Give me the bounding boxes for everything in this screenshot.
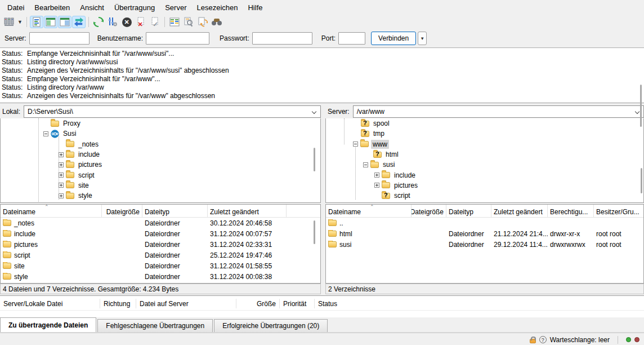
synchronized-browsing-button[interactable] [196, 16, 209, 28]
menu-ansicht[interactable]: Ansicht [75, 1, 109, 14]
svg-text:✓: ✓ [153, 21, 158, 27]
server-input[interactable] [29, 32, 90, 45]
file-name: script [14, 251, 30, 259]
tree-item-notes[interactable]: _notes [1, 139, 320, 149]
file-row[interactable]: script Dateiordner 25.12.2024 19:47:46 [1, 250, 320, 260]
chevron-down-icon[interactable] [635, 109, 639, 114]
tab-erfolgreiche-uebertragungen[interactable]: Erfolgreiche Übertragungen (20) [214, 319, 328, 332]
column-header-zuletzt-geaendert[interactable]: Zuletzt geändert [491, 205, 548, 217]
quick-search-button[interactable] [182, 16, 195, 28]
menu-datei[interactable]: Datei [2, 1, 29, 14]
menu-bearbeiten[interactable]: Bearbeiten [29, 1, 75, 14]
refresh-button[interactable] [92, 16, 105, 28]
tree-item-pictures[interactable]: pictures [1, 160, 320, 170]
disconnect-button[interactable]: ✕ [134, 16, 147, 28]
site-manager-button[interactable] [2, 16, 16, 28]
toggle-remote-tree-button[interactable] [58, 16, 71, 28]
username-input[interactable] [146, 32, 209, 45]
expand-icon[interactable] [374, 172, 379, 178]
column-header-dateigroesse[interactable]: Dateigröße [412, 205, 446, 217]
file-row[interactable]: pictures Dateiordner 31.12.2024 02:33:31 [1, 239, 320, 250]
column-header-groesse[interactable]: Größe [236, 299, 280, 308]
column-header-datei-auf-server[interactable]: Datei auf Server [136, 299, 236, 308]
toggle-local-tree-button[interactable] [44, 16, 57, 28]
find-files-button[interactable] [210, 16, 223, 28]
site-manager-dropdown[interactable]: ▼ [16, 16, 24, 28]
expand-icon[interactable] [59, 162, 64, 167]
tree-item-script[interactable]: script [1, 170, 320, 180]
log-scrollbar[interactable] [640, 85, 642, 127]
tree-item-html[interactable]: html [326, 149, 643, 160]
tree-item-www[interactable]: www [326, 139, 643, 149]
menu-lesezeichen[interactable]: Lesezeichen [191, 1, 243, 14]
file-row[interactable]: style Dateiordner 31.12.2024 00:08:38 [1, 271, 320, 282]
expand-icon[interactable] [59, 183, 64, 188]
file-row[interactable]: .. [326, 218, 643, 228]
column-header-status[interactable]: Status [315, 299, 644, 308]
connect-dropdown-button[interactable]: ▼ [418, 32, 427, 45]
local-list-scrollbar[interactable] [314, 220, 315, 244]
expand-icon[interactable] [59, 172, 64, 178]
menu-hilfe[interactable]: Hilfe [243, 1, 267, 14]
tree-item-site[interactable]: site [1, 180, 320, 191]
tree-item-style[interactable]: style [1, 191, 320, 201]
tree-item-include-remote[interactable]: include [326, 170, 643, 180]
tab-zu-uebertragende-dateien[interactable]: Zu übertragende Dateien [0, 317, 96, 332]
menu-server[interactable]: Server [160, 1, 191, 14]
column-header-dateityp[interactable]: Dateityp [142, 205, 208, 217]
file-row[interactable]: susi Dateiordner 29.12.2024 11:4... drwx… [326, 239, 643, 250]
collapse-icon[interactable] [363, 162, 368, 167]
folder-icon [51, 121, 59, 127]
chevron-down-icon[interactable] [312, 109, 316, 114]
log-type: Status: [0, 50, 27, 58]
local-tree-scrollbar[interactable] [314, 148, 315, 171]
port-input[interactable] [338, 32, 365, 45]
connect-button[interactable]: Verbinden [371, 32, 416, 45]
local-file-list: ⌃ Dateiname Dateigröße Dateityp Zuletzt … [0, 204, 321, 284]
expand-icon[interactable] [374, 183, 379, 188]
column-header-besitzer-gruppe[interactable]: Besitzer/Gru... [594, 205, 643, 217]
expand-icon[interactable] [59, 193, 64, 198]
log-type: Status: [0, 67, 27, 75]
column-header-zuletzt-geaendert[interactable]: Zuletzt geändert [208, 205, 287, 217]
column-header-berechtigungen[interactable]: Berechtigu... [548, 205, 594, 217]
column-header-richtung[interactable]: Richtung [100, 299, 136, 308]
collapse-icon[interactable] [353, 141, 358, 147]
tree-item-susi-remote[interactable]: susi [326, 160, 643, 170]
column-header-dateigroesse[interactable]: Dateigröße [102, 205, 142, 217]
toggle-transfer-queue-button[interactable] [72, 16, 86, 28]
tree-item-spool[interactable]: spool [326, 118, 643, 129]
tree-item-label: script [392, 191, 412, 200]
remote-path-combobox[interactable]: /var/www [353, 105, 644, 118]
toggle-message-log-button[interactable] [30, 16, 43, 28]
cancel-button[interactable]: ✕ [120, 16, 133, 28]
tree-item-proxy[interactable]: Proxy [1, 118, 320, 129]
local-path-combobox[interactable]: D:\Server\Susi\ [24, 105, 321, 118]
file-row[interactable]: include Dateiordner 31.12.2024 00:07:57 [1, 228, 320, 239]
tree-item-script-remote[interactable]: script [326, 191, 643, 201]
column-header-server-lokale-datei[interactable]: Server/Lokale Datei [0, 299, 100, 308]
remote-tree-scrollbar[interactable] [641, 168, 642, 193]
column-header-dateityp[interactable]: Dateityp [446, 205, 491, 217]
menu-uebertragung[interactable]: Übertragung [109, 1, 160, 14]
tree-item-pictures-remote[interactable]: pictures [326, 180, 643, 191]
tab-fehlgeschlagene-uebertragungen[interactable]: Fehlgeschlagene Übertragungen [97, 319, 213, 332]
file-row[interactable]: _notes Dateiordner 30.12.2024 20:46:58 [1, 218, 320, 228]
directory-comparison-button[interactable] [168, 16, 181, 28]
column-header-dateiname[interactable]: Dateiname [326, 205, 412, 217]
file-row[interactable]: html Dateiordner 21.12.2024 21:4... drwx… [326, 228, 643, 239]
column-header-prioritaet[interactable]: Priorität [280, 299, 315, 308]
filter-settings-button[interactable] [106, 16, 119, 28]
tree-item-tmp[interactable]: tmp [326, 129, 643, 139]
password-input[interactable] [252, 32, 312, 45]
column-header-dateiname[interactable]: Dateiname [1, 205, 102, 217]
reconnect-button[interactable]: ✓ [148, 16, 162, 28]
expand-icon[interactable] [59, 152, 64, 157]
folder-icon [3, 241, 11, 247]
question-icon[interactable]: ? [539, 336, 547, 343]
tree-item-susi[interactable]: Susi [1, 129, 320, 139]
file-row[interactable]: site Dateiordner 31.12.2024 01:58:55 [1, 260, 320, 271]
tree-item-include[interactable]: include [1, 149, 320, 160]
collapse-icon[interactable] [43, 131, 48, 136]
folder-icon [66, 193, 74, 199]
